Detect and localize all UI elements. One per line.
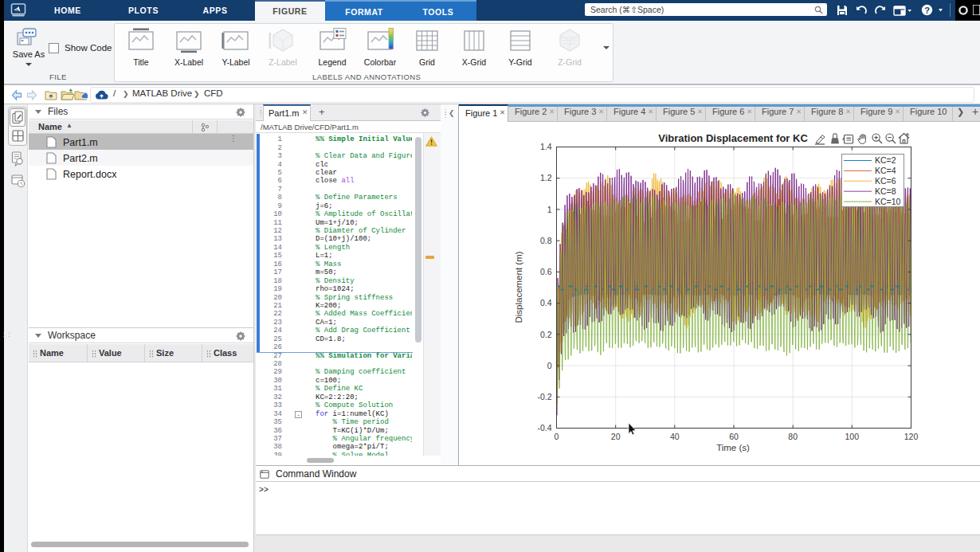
svg-text:-0.2: -0.2 [537, 392, 551, 401]
svg-text:0.2: 0.2 [540, 330, 552, 339]
svg-text:120: 120 [904, 432, 919, 441]
svg-text:0: 0 [547, 361, 552, 370]
svg-text:KC=10: KC=10 [875, 197, 901, 206]
svg-text:0.6: 0.6 [540, 267, 552, 276]
svg-text:0.8: 0.8 [540, 236, 552, 245]
svg-text:60: 60 [729, 432, 739, 441]
svg-text:KC=6: KC=6 [875, 176, 896, 186]
svg-text:KC=2: KC=2 [875, 155, 896, 165]
svg-text:-0.4: -0.4 [537, 423, 551, 433]
svg-text:1.4: 1.4 [540, 142, 552, 151]
svg-text:Time (s): Time (s) [716, 443, 750, 452]
svg-text:80: 80 [788, 432, 798, 441]
svg-text:KC=4: KC=4 [875, 166, 896, 175]
svg-text:1.2: 1.2 [540, 173, 552, 182]
svg-text:0.4: 0.4 [540, 298, 552, 307]
svg-text:KC=8: KC=8 [875, 186, 896, 196]
svg-text:40: 40 [670, 432, 680, 441]
svg-text:20: 20 [611, 432, 621, 441]
svg-text:100: 100 [845, 432, 860, 441]
svg-text:1: 1 [547, 205, 552, 214]
svg-text:Vibration Displacement for KC: Vibration Displacement for KC [658, 132, 808, 144]
svg-text:0: 0 [555, 432, 559, 441]
svg-text:?: ? [924, 6, 930, 15]
svg-text:Displacement (m): Displacement (m) [514, 251, 523, 323]
